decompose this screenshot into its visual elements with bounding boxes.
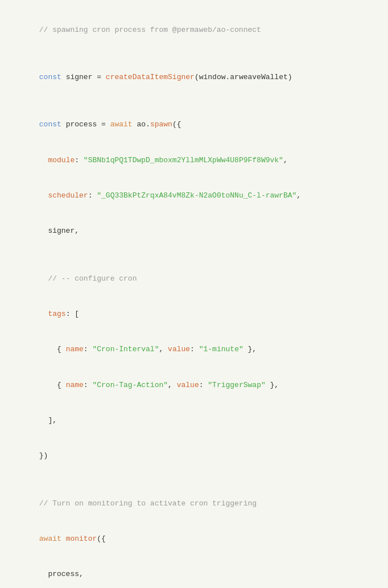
line-process-close: }) [13, 439, 375, 474]
line-tag-cron-interval: { name: "Cron-Interval", value: "1-minut… [13, 332, 375, 368]
line-comment-configure: // -- configure cron [13, 261, 375, 297]
line-signer: signer, [13, 214, 375, 249]
comment-text: // spawning cron process from @permaweb/… [39, 26, 261, 34]
line-blank-1 [13, 48, 375, 60]
line-tags-close: ], [13, 403, 375, 438]
line-const-process: const process = await ao.spawn({ [13, 107, 375, 142]
line-blank-4 [13, 474, 375, 486]
page-container: // spawning cron process from @permaweb/… [0, 0, 388, 588]
line-const-signer: const signer = createDataItemSigner(wind… [13, 60, 375, 95]
line-tags-open: tags: [ [13, 297, 375, 332]
line-comment-monitor: // Turn on monitoring to activate cron t… [13, 486, 375, 521]
line-module: module: "SBNb1qPQ1TDwpD_mboxm2YllmMLXpWw… [13, 143, 375, 178]
line-tag-cron-action: { name: "Cron-Tag-Action", value: "Trigg… [13, 368, 375, 403]
line-await-monitor: await monitor({ [13, 521, 375, 557]
line-blank-2 [13, 96, 375, 108]
line-monitor-process: process, [13, 557, 375, 588]
line-comment-1: // spawning cron process from @permaweb/… [13, 13, 375, 48]
line-blank-3 [13, 249, 375, 261]
code-section-1: // spawning cron process from @permaweb/… [0, 0, 388, 588]
line-scheduler: scheduler: "_GQ33BkPtZrqxA84vM8Zk-N2aO0t… [13, 178, 375, 213]
